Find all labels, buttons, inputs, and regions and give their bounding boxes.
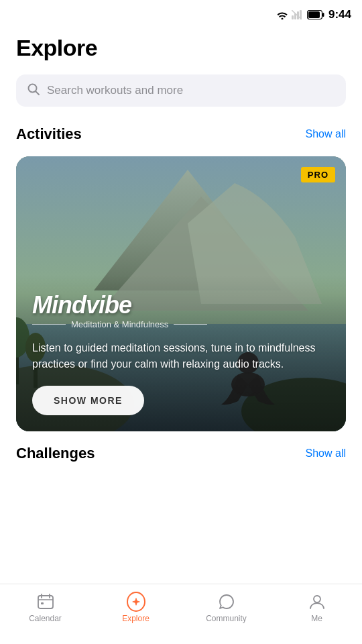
svg-rect-0 xyxy=(292,15,294,19)
community-label: Community xyxy=(206,614,247,623)
nav-item-community[interactable]: Community xyxy=(203,592,250,623)
card-description: Listen to guided meditation sessions, tu… xyxy=(32,340,330,372)
explore-icon xyxy=(127,592,145,611)
card-brand-subtitle: Meditation & Mindfulness xyxy=(32,319,330,329)
search-bar[interactable]: Search workouts and more xyxy=(16,74,346,107)
me-label: Me xyxy=(311,614,322,623)
challenges-title: Challenges xyxy=(16,445,95,462)
main-content: Explore Search workouts and more Activit… xyxy=(0,30,362,431)
challenges-show-all-button[interactable]: Show all xyxy=(306,447,346,460)
search-icon xyxy=(27,83,40,99)
divider-left xyxy=(32,324,66,325)
activities-title: Activities xyxy=(16,125,82,143)
activities-show-all-button[interactable]: Show all xyxy=(306,128,346,140)
calendar-label: Calendar xyxy=(29,614,62,623)
show-more-button[interactable]: SHOW MORE xyxy=(32,386,144,415)
explore-label: Explore xyxy=(122,614,149,623)
svg-rect-6 xyxy=(308,11,320,18)
battery-icon xyxy=(307,10,324,19)
community-icon xyxy=(217,592,236,611)
svg-rect-25 xyxy=(41,602,44,604)
nav-item-me[interactable]: Me xyxy=(294,592,341,623)
activity-card[interactable]: PRO Mindvibe Meditation & Mindfulness Li… xyxy=(16,156,346,431)
bottom-nav: Calendar Explore Community Me xyxy=(0,584,362,644)
page-title: Explore xyxy=(16,35,346,61)
status-time: 9:44 xyxy=(328,8,351,21)
svg-point-26 xyxy=(314,596,320,602)
activities-section-header: Activities Show all xyxy=(16,125,346,143)
card-brand: Mindvibe Meditation & Mindfulness xyxy=(32,291,330,329)
status-icons xyxy=(276,10,324,19)
profile-icon xyxy=(308,592,326,611)
svg-rect-21 xyxy=(38,596,53,608)
nav-item-explore[interactable]: Explore xyxy=(113,592,160,623)
search-placeholder: Search workouts and more xyxy=(47,84,183,97)
divider-right xyxy=(174,324,207,325)
nav-item-calendar[interactable]: Calendar xyxy=(22,592,69,623)
challenges-section-header: Challenges Show all xyxy=(16,445,346,462)
card-content: Mindvibe Meditation & Mindfulness Listen… xyxy=(16,275,346,431)
calendar-icon xyxy=(36,592,55,611)
card-brand-name: Mindvibe xyxy=(32,291,330,319)
svg-rect-7 xyxy=(322,13,324,17)
pro-badge: PRO xyxy=(301,167,335,182)
svg-point-8 xyxy=(29,85,37,93)
status-bar: 9:44 xyxy=(0,0,362,30)
wifi-icon xyxy=(276,10,288,19)
challenges-section: Challenges Show all xyxy=(0,431,362,462)
signal-icon xyxy=(292,10,304,19)
